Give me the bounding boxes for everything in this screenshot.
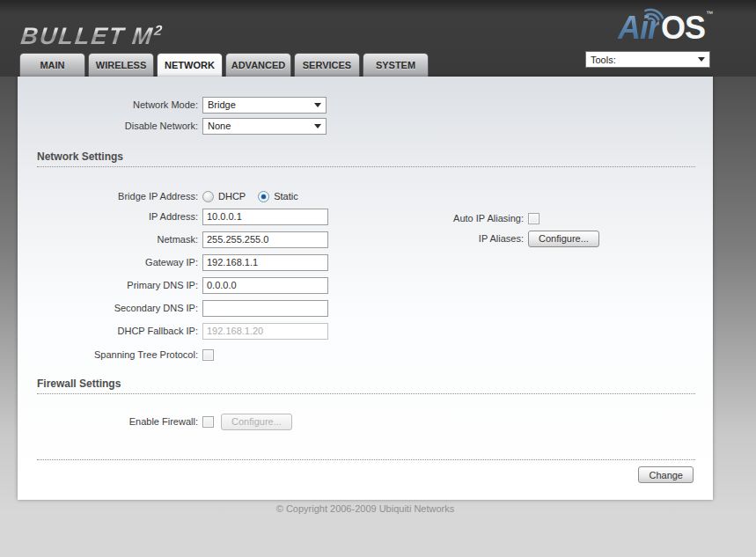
brand-model: M (131, 23, 156, 49)
network-settings-title: Network Settings (37, 150, 695, 167)
trademark-symbol: ™ (706, 10, 713, 18)
chevron-down-icon (314, 103, 321, 107)
tab-main[interactable]: MAIN (19, 53, 85, 77)
network-mode-value: Bridge (208, 99, 236, 110)
ip-address-input[interactable] (202, 209, 328, 225)
firewall-settings-title: Firewall Settings (37, 377, 695, 394)
disable-network-select[interactable]: None (202, 118, 327, 135)
tab-services[interactable]: SERVICES (294, 53, 360, 77)
secondary-dns-label: Secondary DNS IP: (18, 303, 202, 313)
primary-dns-input[interactable] (202, 277, 328, 294)
dhcp-radio[interactable] (202, 191, 214, 202)
auto-ip-aliasing-row: Auto IP Aliasing: (343, 209, 539, 227)
enable-firewall-checkbox[interactable] (202, 416, 214, 428)
bottom-separator (37, 459, 695, 460)
ip-address-label: IP Address: (18, 211, 202, 222)
airos-logo: AirOS™ (618, 9, 713, 48)
netmask-row: Netmask: (18, 231, 328, 248)
dhcp-radio-label: DHCP (218, 191, 246, 202)
change-button[interactable]: Change (638, 466, 694, 483)
auto-ip-aliasing-checkbox[interactable] (528, 213, 539, 224)
enable-firewall-row: Enable Firewall: Configure... (18, 413, 292, 430)
chevron-down-icon (698, 57, 705, 62)
firewall-configure-button[interactable]: Configure... (221, 414, 292, 430)
network-mode-row: Network Mode: Bridge (18, 96, 327, 114)
airos-page: BULLETM2 AirOS™ MAIN WIRELESS NETWORK AD… (0, 0, 756, 557)
gateway-ip-row: Gateway IP: (18, 253, 328, 271)
network-mode-label: Network Mode: (18, 99, 202, 110)
ip-aliases-row: IP Aliases: Configure... (343, 230, 599, 247)
static-radio[interactable] (258, 191, 269, 202)
ip-aliases-label: IP Aliases: (343, 233, 528, 244)
ip-address-row: IP Address: (18, 208, 328, 225)
dhcp-fallback-input[interactable] (202, 323, 328, 340)
spanning-tree-row: Spanning Tree Protocol: (18, 346, 214, 363)
bullet-m2-logo: BULLETM2 (19, 18, 163, 48)
auto-ip-aliasing-label: Auto IP Aliasing: (343, 213, 528, 224)
header-bar: BULLETM2 AirOS™ MAIN WIRELESS NETWORK AD… (0, 0, 756, 77)
spanning-tree-label: Spanning Tree Protocol: (18, 349, 202, 360)
primary-dns-label: Primary DNS IP: (18, 280, 202, 290)
gateway-ip-label: Gateway IP: (18, 257, 202, 268)
tab-wireless[interactable]: WIRELESS (88, 53, 154, 77)
brand-model-sup: 2 (153, 23, 163, 38)
tab-network[interactable]: NETWORK (157, 53, 223, 77)
dhcp-fallback-row: DHCP Fallback IP: (18, 322, 328, 340)
tab-system[interactable]: SYSTEM (363, 53, 429, 77)
static-radio-label: Static (274, 191, 298, 202)
brand-text: BULLET (19, 23, 127, 49)
tab-advanced[interactable]: ADVANCED (225, 53, 291, 77)
tools-dropdown[interactable]: Tools: (585, 51, 710, 68)
copyright-text: © Copyright 2006-2009 Ubiquiti Networks (18, 503, 713, 514)
netmask-input[interactable] (202, 231, 328, 248)
spanning-tree-checkbox[interactable] (202, 349, 214, 361)
tools-dropdown-label: Tools: (591, 55, 616, 65)
disable-network-label: Disable Network: (18, 121, 202, 131)
wifi-arcs-icon (644, 5, 674, 25)
network-settings-panel: Network Mode: Bridge Disable Network: No… (18, 77, 713, 500)
secondary-dns-row: Secondary DNS IP: (18, 299, 328, 317)
bridge-ip-address-row: Bridge IP Address: DHCP Static (18, 187, 311, 205)
dhcp-fallback-label: DHCP Fallback IP: (18, 326, 202, 336)
primary-dns-row: Primary DNS IP: (18, 276, 328, 294)
network-mode-select[interactable]: Bridge (202, 97, 327, 114)
enable-firewall-label: Enable Firewall: (18, 416, 202, 427)
disable-network-value: None (208, 121, 231, 131)
secondary-dns-input[interactable] (202, 300, 328, 317)
gateway-ip-input[interactable] (202, 254, 328, 271)
disable-network-row: Disable Network: None (18, 117, 327, 135)
bridge-ip-address-label: Bridge IP Address: (18, 191, 202, 202)
ip-aliases-configure-button[interactable]: Configure... (528, 231, 599, 247)
chevron-down-icon (314, 124, 321, 128)
netmask-label: Netmask: (18, 234, 202, 245)
main-nav-tabs: MAIN WIRELESS NETWORK ADVANCED SERVICES … (19, 53, 431, 77)
